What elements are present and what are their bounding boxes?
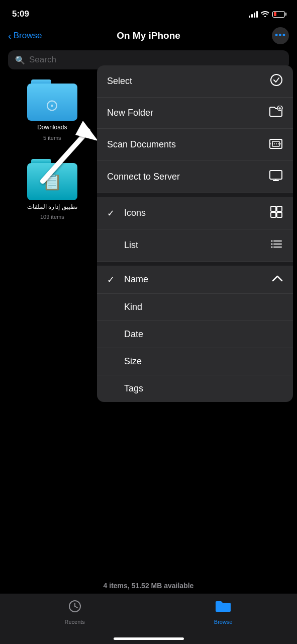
tab-browse-label: Browse — [214, 619, 233, 625]
menu-item-list[interactable]: List — [97, 229, 293, 262]
file-count: 109 items — [40, 214, 64, 220]
signal-icon — [249, 11, 258, 18]
menu-separator — [97, 193, 293, 197]
menu-item-connect[interactable]: Connect to Server — [97, 161, 293, 193]
list-item[interactable]: 📋 تطبيق إدارة الملفات 109 items — [8, 159, 96, 220]
menu-label-icons: Icons — [124, 208, 146, 218]
menu-item-sort-tags[interactable]: Tags — [97, 375, 293, 402]
menu-item-scan[interactable]: Scan Documents — [97, 129, 293, 161]
back-label: Browse — [14, 31, 42, 41]
chevron-up-icon — [272, 274, 283, 285]
folder-icon: 📋 — [27, 159, 77, 200]
menu-label-list: List — [124, 240, 138, 251]
file-name: تطبيق إدارة الملفات — [27, 203, 77, 211]
menu-label-sort-date: Date — [124, 329, 143, 340]
tab-recents[interactable]: Recents — [64, 599, 84, 625]
search-icon: 🔍 — [15, 55, 25, 65]
scan-icon — [269, 137, 283, 152]
menu-label-sort-kind: Kind — [124, 302, 142, 312]
list-icon — [270, 237, 283, 253]
checkmark-circle-icon — [270, 73, 283, 89]
file-name: Downloads — [37, 124, 67, 132]
files-icon: 📋 — [42, 172, 62, 191]
back-button[interactable]: ‹ Browse — [8, 30, 42, 42]
list-item[interactable]: ⊙ Downloads 5 items — [8, 79, 96, 141]
svg-point-20 — [271, 240, 273, 242]
home-indicator — [114, 637, 184, 640]
status-bar: 5:09 — [0, 0, 297, 25]
monitor-icon — [269, 169, 283, 185]
check-icon: ✓ — [107, 208, 119, 219]
context-menu: Select New Folder Scan Documents — [97, 65, 293, 402]
menu-label-sort-name: Name — [124, 274, 148, 285]
folder-plus-icon — [269, 106, 283, 120]
svg-line-25 — [75, 606, 77, 608]
menu-item-sort-size[interactable]: Size — [97, 348, 293, 375]
more-button[interactable]: ••• — [272, 27, 289, 44]
menu-item-icons[interactable]: ✓ Icons — [97, 197, 293, 229]
menu-label-connect: Connect to Server — [107, 172, 180, 182]
svg-point-21 — [271, 244, 273, 245]
svg-rect-13 — [271, 206, 276, 211]
menu-label-sort-size: Size — [124, 356, 142, 367]
svg-rect-16 — [277, 212, 282, 217]
tab-browse[interactable]: Browse — [214, 599, 233, 625]
menu-item-sort-date[interactable]: Date — [97, 321, 293, 348]
menu-label-select: Select — [107, 76, 132, 87]
ellipsis-icon: ••• — [275, 30, 286, 41]
svg-rect-10 — [270, 171, 282, 179]
nav-bar: ‹ Browse On My iPhone ••• — [0, 25, 297, 48]
clock-icon — [68, 599, 82, 617]
battery-icon — [272, 11, 285, 18]
tab-bar: Recents Browse — [0, 594, 297, 644]
svg-rect-14 — [277, 206, 282, 211]
chevron-left-icon: ‹ — [8, 30, 12, 42]
menu-item-sort-name[interactable]: ✓ Name — [97, 266, 293, 294]
svg-rect-15 — [271, 212, 276, 217]
svg-point-22 — [271, 247, 273, 248]
grid-icon — [270, 205, 283, 221]
download-icon: ⊙ — [45, 96, 59, 115]
wifi-icon — [261, 10, 269, 19]
folder-icon: ⊙ — [27, 79, 77, 121]
menu-item-select[interactable]: Select — [97, 65, 293, 98]
menu-label-scan: Scan Documents — [107, 139, 176, 150]
menu-separator-2 — [97, 262, 293, 266]
status-icons — [249, 10, 285, 19]
search-input[interactable]: Search — [29, 55, 56, 65]
bottom-status: 4 items, 51.52 MB available — [0, 582, 297, 590]
status-time: 5:09 — [12, 9, 29, 19]
menu-label-new-folder: New Folder — [107, 108, 153, 118]
menu-item-sort-kind[interactable]: Kind — [97, 294, 293, 321]
menu-item-new-folder[interactable]: New Folder — [97, 98, 293, 129]
sort-check-icon: ✓ — [107, 274, 119, 285]
tab-recents-label: Recents — [64, 619, 84, 625]
folder-filled-icon — [215, 599, 232, 617]
file-count: 5 items — [43, 135, 61, 141]
menu-label-sort-tags: Tags — [124, 383, 143, 394]
page-title: On My iPhone — [117, 30, 180, 41]
svg-point-2 — [271, 74, 282, 86]
